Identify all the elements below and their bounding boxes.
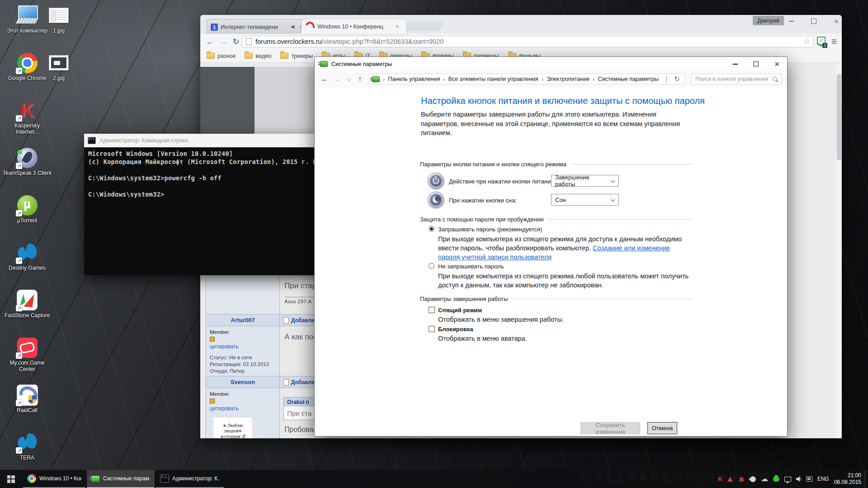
save-changes-button[interactable]: Сохранить изменения xyxy=(580,422,640,434)
search-input[interactable] xyxy=(694,75,773,83)
lock-checkbox[interactable] xyxy=(429,326,435,332)
control-panel-search[interactable] xyxy=(691,74,782,84)
nav-history-chevron-icon[interactable] xyxy=(344,74,354,84)
page-title: Настройка кнопок питания и включение защ… xyxy=(421,96,705,106)
volume-icon[interactable] xyxy=(796,476,801,482)
taskbar-button-chrome[interactable]: Windows 10 • Кон... xyxy=(23,470,85,488)
browser-minimize-button[interactable] xyxy=(783,15,799,28)
desktop-icon-utorrent[interactable]: µTorrent xyxy=(2,194,52,224)
desktop-icon-raidcall[interactable]: RaidCall xyxy=(2,384,52,413)
nav-up-icon[interactable]: ↑ xyxy=(354,74,365,84)
browser-menu-icon[interactable]: ≡ xyxy=(831,36,837,47)
require-password-label[interactable]: Запрашивать пароль (рекомендуется) xyxy=(438,226,542,233)
settings-maximize-button[interactable] xyxy=(746,57,766,71)
desktop-icon-faststone[interactable]: FastStone Capture xyxy=(2,289,52,319)
show-desktop-button[interactable] xyxy=(865,470,868,488)
browser-close-button[interactable]: × xyxy=(829,15,844,28)
breadcrumb-item[interactable]: Электропитание xyxy=(547,76,590,82)
forward-icon[interactable]: → xyxy=(217,36,229,47)
network-icon[interactable] xyxy=(784,477,791,482)
post-page-icon xyxy=(283,379,289,385)
lock-label[interactable]: Блокировка xyxy=(438,326,473,333)
desktop-icon-mycom[interactable]: My.com Game Center xyxy=(2,337,52,372)
cloud-tray-icon[interactable]: ☁ xyxy=(761,475,768,483)
tab-audio-icon[interactable] xyxy=(291,25,296,29)
bookmark-folder[interactable]: видео xyxy=(245,53,271,59)
no-password-label[interactable]: Не запрашивать пароль xyxy=(438,263,504,270)
nav-back-icon[interactable]: ← xyxy=(319,74,330,84)
chrome-icon xyxy=(16,52,38,74)
tray-time: 21:00 xyxy=(834,472,861,479)
forum-username[interactable]: Svenson xyxy=(206,376,280,388)
breadcrumb[interactable]: › Панель управления › Все элементы панел… xyxy=(369,74,670,84)
post-added-label: Добавлен xyxy=(291,317,318,324)
breadcrumb-dropdown-icon[interactable] xyxy=(666,76,667,82)
settings-close-button[interactable]: × xyxy=(767,57,787,71)
breadcrumb-item[interactable]: Все элементы панели управления xyxy=(448,76,538,82)
cancel-button[interactable]: Отмена xyxy=(647,422,677,434)
desktop-icon-destiny-games[interactable]: Destiny Games xyxy=(2,242,52,271)
desktop-icon-kaspersky[interactable]: K Kaspersky Internet... xyxy=(2,99,52,135)
triangle-tray-icon[interactable] xyxy=(727,477,733,482)
clock[interactable]: 21:00 06.08.2015 xyxy=(834,472,861,486)
page-scrollbar[interactable] xyxy=(836,63,842,438)
shortcut-arrow-icon xyxy=(16,68,22,74)
star-tray-icon[interactable]: ∗ xyxy=(738,475,745,483)
sleep-action-dropdown[interactable]: Сон xyxy=(551,194,619,206)
settings-titlebar[interactable]: Системные параметры xyxy=(315,57,787,71)
breadcrumb-item[interactable]: Панель управления xyxy=(388,76,440,82)
power-options-icon xyxy=(372,76,380,82)
address-bar[interactable]: forums.overclockers.ru/viewtopic.php?f=8… xyxy=(242,36,814,47)
user-registered: Регистрация: 02.10.2013 xyxy=(210,361,276,368)
settings-content: Настройка кнопок питания и включение защ… xyxy=(315,88,787,436)
page-dark-block xyxy=(200,67,255,135)
action-center-icon[interactable] xyxy=(806,476,812,482)
breadcrumb-item[interactable]: Системные параметры xyxy=(598,76,659,82)
teamspeak-icon xyxy=(16,147,38,169)
forum-username[interactable]: Artur007 xyxy=(206,314,280,326)
breadcrumb-separator: › xyxy=(383,76,385,83)
nav-forward-icon[interactable]: → xyxy=(332,74,343,84)
back-icon[interactable]: ← xyxy=(204,36,216,47)
tab-internet-tv[interactable]: 1 Интернет-телевидени × xyxy=(207,19,308,34)
sleep-button-icon xyxy=(428,192,444,208)
start-button[interactable] xyxy=(0,470,22,488)
language-indicator[interactable]: ENG xyxy=(817,476,829,482)
power-options-icon xyxy=(320,61,328,67)
settings-minimize-button[interactable] xyxy=(725,57,745,71)
refresh-icon[interactable]: ↻ xyxy=(670,74,685,84)
green-status-tray-icon[interactable] xyxy=(773,477,779,482)
require-password-radio[interactable] xyxy=(429,226,434,232)
bookmark-folder[interactable]: трекеры xyxy=(280,53,313,59)
desktop-icon-tera[interactable]: TERA xyxy=(2,432,52,461)
taskbar-button-cmd[interactable]: Администратор: К... xyxy=(156,470,224,488)
browser-maximize-button[interactable] xyxy=(806,15,821,28)
bookmark-star-icon[interactable]: ☆ xyxy=(803,38,810,45)
desktop-icon-2jpg[interactable]: 2.jpg xyxy=(40,52,78,81)
profile-name-button[interactable]: Дмитрий xyxy=(753,16,784,25)
bookmark-folder[interactable]: разное xyxy=(207,53,236,59)
group-power-buttons: Параметры кнопки питания и кнопки спящег… xyxy=(420,161,693,168)
post-page-icon xyxy=(283,317,289,324)
system-tray: K ∗ ☁ ENG 21:00 06.08.2015 xyxy=(718,470,865,488)
tab-windows10-forum[interactable]: Windows 10 • Конференц × xyxy=(302,19,406,34)
sleep-mode-label[interactable]: Спящий режим xyxy=(438,307,482,314)
desktop-icon-teamspeak[interactable]: TeamSpeak 3 Client xyxy=(2,147,52,176)
search-icon[interactable] xyxy=(773,77,777,81)
kaspersky-tray-icon[interactable]: K xyxy=(718,475,722,483)
power-action-dropdown[interactable]: Завершение работы xyxy=(551,175,619,187)
cite-link[interactable]: цитировать xyxy=(210,405,239,412)
no-password-radio[interactable] xyxy=(429,263,434,269)
new-tab-button[interactable] xyxy=(403,21,444,31)
cite-link[interactable]: цитировать xyxy=(210,343,239,350)
kaspersky-icon: K xyxy=(16,99,38,121)
satellite-tray-icon[interactable] xyxy=(749,475,757,483)
taskbar-button-settings[interactable]: Системные парам... xyxy=(87,470,155,488)
reload-icon[interactable]: ↻ xyxy=(230,36,242,47)
desktop-icon-1jpg[interactable]: 1.jpg xyxy=(40,5,78,34)
sleep-mode-checkbox[interactable] xyxy=(429,307,435,313)
tab-close-icon[interactable]: × xyxy=(396,23,399,30)
gamepad-icon xyxy=(16,337,38,358)
scrollbar-thumb[interactable] xyxy=(837,74,841,160)
desktop-screen: WALLPAPERSWIDE.COM Этот компьютер Google… xyxy=(0,0,868,488)
